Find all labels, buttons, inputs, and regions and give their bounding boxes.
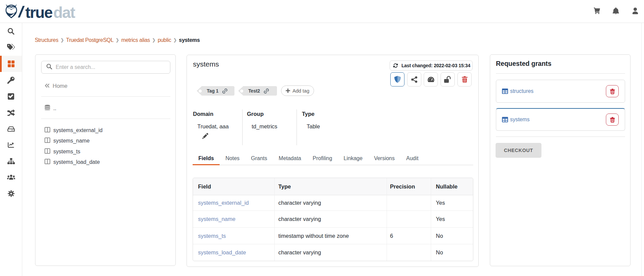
svg-text:dat: dat	[53, 4, 75, 19]
svg-text:true: true	[25, 4, 53, 19]
